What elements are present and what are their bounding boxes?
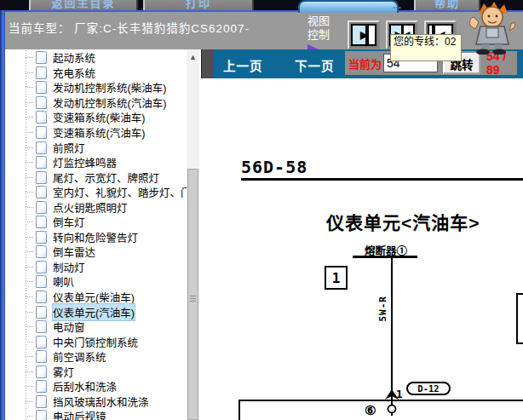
sidebar-item-10[interactable]: 点火钥匙照明灯 [5,199,187,215]
document-icon [36,306,47,319]
header-rule [241,178,523,181]
tree-connector [26,416,33,417]
sidebar-item-7[interactable]: 灯监控蜂鸣器 [5,155,187,170]
document-icon [36,111,47,124]
sidebar-item-label: 中央门锁控制系统 [53,334,138,350]
sidebar-item-5[interactable]: 变速箱系统(汽油车) [5,125,187,141]
sidebar-item-20[interactable]: 前空调系统 [5,349,187,365]
sidebar-item-6[interactable]: 前照灯 [5,140,187,155]
sidebar-item-18[interactable]: 电动窗 [5,319,187,335]
diagram-canvas: 56D-58 仪表单元<汽油车> 熔断器① 1 5W-R D-12 1 ⑥ [213,78,523,420]
sidebar-item-label: 倒车雷达 [53,244,95,260]
sidebar-scrollbar[interactable]: ▲ [187,49,199,420]
wire-color-label: 5W-R [377,296,388,322]
document-icon [36,336,47,348]
view-control-label: 视图控制 [307,14,333,43]
tree-connector [26,177,33,178]
sidebar-item-label: 前空调系统 [53,348,106,365]
document-icon [36,350,47,363]
panel-expand-right-button[interactable]: ▶ [348,20,380,49]
help-button-label: 帮助 [434,0,460,10]
sidebar-item-12[interactable]: 转向和危险警告灯 [5,230,187,245]
sidebar-item-label: 尾灯、示宽灯、牌照灯 [53,170,159,186]
sidebar-item-16[interactable]: 仪表单元(柴油车) [5,290,187,305]
sidebar-item-1[interactable]: 充电系统 [5,66,187,81]
document-icon [36,380,47,393]
sidebar-item-label: 发动机控制系统(柴油车) [53,79,166,95]
sidebar-item-22[interactable]: 后刮水和洗涤 [5,379,187,394]
tree-connector [26,401,33,402]
sidebar-item-3[interactable]: 发动机控制系统(汽油车) [5,95,187,111]
document-icon [36,410,47,420]
sidebar-item-11[interactable]: 倒车灯 [5,215,187,230]
sidebar-item-label: 电动后视镜 [53,408,106,420]
connector-id-pill: D-12 [406,382,451,395]
sidebar-item-0[interactable]: 起动系统 [5,50,187,66]
tree-connector [26,57,33,58]
tree-connector [26,207,33,208]
tree-connector [26,251,33,252]
hotline-label: 您的专线：02 [390,34,462,61]
scroll-up-arrow-icon[interactable]: ▲ [187,51,199,63]
document-icon [36,395,47,408]
tree-connector [26,296,33,297]
connector-junction-icon [380,388,404,419]
sidebar-item-21[interactable]: 雾灯 [5,364,187,379]
document-icon [36,171,47,184]
document-icon [36,245,47,258]
document-icon [36,275,47,288]
sidebar-item-4[interactable]: 变速箱系统(柴油车) [5,110,187,125]
sidebar-item-14[interactable]: 制动灯 [5,260,187,275]
sidebar-item-8[interactable]: 尾灯、示宽灯、牌照灯 [5,170,187,185]
sidebar-item-label: 室内灯、礼貌灯、踏步灯、门槛条灯 [53,184,187,200]
sidebar-item-13[interactable]: 倒车雷达 [5,245,187,260]
panel-splitter-handle[interactable] [201,49,214,78]
tree-connector [26,281,33,282]
mechanic-mascot-image [460,0,523,55]
active-tab-button[interactable] [298,0,399,13]
fuse-bus-bar [353,256,417,258]
more-link[interactable]: ... [393,0,401,11]
current-vehicle-label: 当前车型： 厂家:C-长丰猎豹猎豹CS62007- [9,19,250,36]
tree-connector [26,371,33,372]
document-icon [36,51,47,64]
tree-connector [26,237,33,238]
sidebar-item-label: 倒车灯 [53,214,85,230]
sidebar-item-17[interactable]: 仪表单元(汽油车) [5,304,187,319]
sidebar-item-15[interactable]: 喇叭 [5,274,187,290]
sidebar-item-label: 制动灯 [53,259,85,275]
tree-connector [26,222,33,222]
sidebar-item-label: 挡风玻璃刮水和洗涤 [53,394,149,410]
sidebar-item-2[interactable]: 发动机控制系统(柴油车) [5,80,187,95]
tree-connector [26,147,33,148]
sidebar-item-23[interactable]: 挡风玻璃刮水和洗涤 [5,394,187,410]
tree-connector [26,386,33,387]
tree-connector [26,356,33,357]
document-icon [36,231,47,244]
scrollbar-grip-icon [190,296,196,302]
sidebar-item-24[interactable]: 电动后视镜 [5,409,187,420]
diagram-title: 仪表单元<汽油车> [326,209,480,234]
partial-component-box [516,293,523,344]
sidebar-item-9[interactable]: 室内灯、礼貌灯、踏步灯、门槛条灯 [5,185,187,200]
sidebar-item-label: 仪表单元(柴油车) [53,289,135,305]
component-number-box: 1 [325,266,348,290]
scrollbar-thumb[interactable] [187,169,198,420]
sidebar-item-label: 电动窗 [53,319,85,335]
sidebar-item-label: 变速箱系统(汽油车) [53,124,145,141]
next-page-button[interactable]: 下一页 [295,56,335,74]
diagram-page-code: 56D-58 [241,157,307,177]
sidebar-item-label: 起动系统 [53,49,95,66]
tree-connector [26,132,33,133]
document-icon [36,126,47,139]
document-icon [36,216,47,228]
tree-connector [26,342,33,342]
tree-connector [26,162,33,163]
sidebar-tree: 起动系统充电系统发动机控制系统(柴油车)发动机控制系统(汽油车)变速箱系统(柴油… [5,50,187,420]
sidebar-item-label: 点火钥匙照明灯 [53,199,128,216]
sidebar-item-19[interactable]: 中央门锁控制系统 [5,334,187,349]
component-box-left-edge [239,400,240,420]
tree-connector [26,326,33,327]
prev-page-button[interactable]: 上一页 [223,56,263,74]
sidebar-item-label: 灯监控蜂鸣器 [53,154,117,170]
